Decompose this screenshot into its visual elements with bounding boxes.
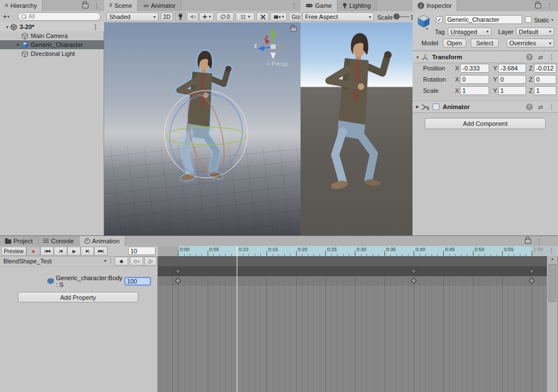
tag-dropdown[interactable]: Untagged ▾ [448, 27, 491, 36]
tab-inspector[interactable]: i Inspector [412, 0, 457, 11]
scale-slider-thumb[interactable] [393, 13, 400, 20]
hierarchy-search[interactable]: All [18, 12, 101, 21]
transform-position-x-field[interactable] [460, 64, 489, 73]
property-value-field[interactable] [125, 277, 151, 285]
tool-settings-button[interactable] [256, 12, 269, 21]
overrides-dropdown[interactable]: Overrides ▾ [507, 39, 554, 48]
transform-scale-x-field[interactable] [460, 86, 489, 95]
gizmo-lock-icon[interactable] [290, 27, 297, 32]
gizmos-dropdown[interactable]: Gizmos [289, 12, 301, 21]
hierarchy-item-directional-light[interactable]: Directional Light [0, 49, 104, 58]
static-dropdown-icon[interactable]: ▾ [551, 18, 554, 22]
animator-enabled-checkbox[interactable] [433, 103, 439, 110]
transform-header[interactable]: ▼ Transform ? ⇄ ⋮ [412, 51, 558, 63]
tab-animator[interactable]: Animator [138, 0, 181, 11]
kebab-menu-icon[interactable]: ⋮ [291, 3, 297, 9]
scroll-up-icon[interactable]: ▲ [547, 257, 557, 261]
model-select-button[interactable]: Select [471, 39, 499, 48]
ruler-kebab-icon[interactable]: ⋮ [548, 248, 555, 254]
tab-project[interactable]: Project [0, 236, 38, 246]
presets-icon[interactable]: ⇄ [538, 54, 543, 60]
help-icon[interactable]: ? [526, 54, 533, 60]
axis-x-label: X [455, 65, 459, 72]
property-row[interactable]: Generic_character:Body : S [0, 276, 157, 286]
add-component-button[interactable]: Add Component [425, 118, 546, 129]
scrollbar-thumb[interactable] [548, 264, 556, 302]
lock-icon[interactable] [535, 3, 541, 8]
kebab-menu-icon[interactable]: ⋮ [536, 238, 542, 244]
kebab-menu-icon[interactable]: ⋮ [93, 3, 100, 9]
perspective-toggle[interactable]: < Persp [257, 60, 297, 67]
tab-scene[interactable]: # Scene [104, 0, 138, 11]
static-checkbox[interactable] [525, 16, 532, 23]
tab-hierarchy[interactable]: ≡ Hierarchy [0, 0, 43, 11]
lock-icon[interactable] [525, 239, 531, 244]
go-to-end-button[interactable]: ▶▶| [94, 247, 107, 256]
ruler-tick [266, 251, 267, 256]
kebab-menu-icon[interactable]: ⋮ [548, 104, 555, 110]
timeline-ruler[interactable]: 0:000:050:100:150:200:250:300:350:400:45… [158, 246, 558, 257]
transform-position-y-field[interactable] [498, 64, 526, 73]
object-name-field[interactable] [445, 15, 522, 24]
keyframe-button[interactable]: ◆ [115, 257, 128, 266]
expander-icon[interactable]: ▶ [16, 42, 21, 47]
expander-icon[interactable]: ▶ [415, 105, 420, 109]
add-event-button[interactable]: ▯+ [144, 257, 157, 266]
dopesheet-summary-row[interactable] [158, 266, 547, 276]
help-icon[interactable]: ? [526, 103, 533, 110]
model-open-button[interactable]: Open [443, 39, 466, 48]
presets-icon[interactable]: ⇄ [538, 104, 543, 110]
scene-kebab-icon[interactable]: ⋮ [92, 24, 99, 30]
expander-icon[interactable]: ▼ [4, 25, 10, 29]
scene-audio-toggle[interactable] [187, 12, 198, 21]
grid-visibility-dropdown[interactable]: ▾ [236, 12, 255, 21]
aspect-ratio-dropdown[interactable]: Free Aspect ▾ [302, 12, 374, 21]
go-to-start-button[interactable]: |◀◀ [40, 247, 54, 256]
tab-console[interactable]: Console [38, 236, 79, 246]
preview-button[interactable]: Preview [1, 247, 26, 256]
clip-dropdown[interactable]: BlendShape_Test ▾ [0, 256, 110, 266]
shading-mode-dropdown[interactable]: Shaded ▾ [106, 12, 158, 21]
lock-icon[interactable] [82, 3, 88, 8]
tab-animation[interactable]: Animation [79, 236, 125, 246]
create-object-button[interactable]: + ▾ [3, 12, 16, 21]
scene-viewport[interactable]: y z x < Persp [104, 22, 301, 235]
2d-toggle-button[interactable]: 2D [161, 12, 173, 21]
hidden-objects-button[interactable]: ∅ 0 [216, 12, 234, 21]
dopesheet-property-row[interactable] [158, 276, 547, 286]
transform-scale-z-field[interactable] [534, 86, 556, 95]
animator-header[interactable]: ▶ Animator ? ⇄ ⋮ [412, 101, 558, 113]
game-viewport[interactable] [301, 22, 412, 235]
transform-rotation-z-field[interactable] [534, 75, 556, 84]
playhead[interactable] [237, 246, 237, 392]
transform-rotation-y-field[interactable] [498, 75, 526, 84]
frame-field[interactable] [128, 247, 156, 255]
open-label: Open [447, 40, 462, 46]
tab-game[interactable]: Game [301, 0, 337, 11]
scene-effects-dropdown[interactable]: ▾ [199, 12, 214, 21]
scene-lighting-toggle[interactable] [175, 12, 186, 21]
transform-scale-y-field[interactable] [498, 86, 526, 95]
tab-lighting[interactable]: Lighting [337, 0, 377, 11]
record-button[interactable]: ● [26, 247, 40, 256]
kebab-menu-icon[interactable]: ⋮ [548, 54, 555, 60]
active-checkbox[interactable]: ✓ [436, 16, 443, 23]
layer-dropdown[interactable]: Default ▾ [516, 27, 554, 36]
play-button[interactable]: ▶ [67, 247, 81, 256]
hierarchy-item-generic-character[interactable]: ▶Generic_Character [0, 40, 104, 49]
expander-icon[interactable]: ▼ [415, 55, 420, 59]
vertical-scrollbar[interactable]: ▲ [547, 256, 557, 392]
next-key-button[interactable]: ▶| [81, 247, 94, 256]
scene-camera-dropdown[interactable]: ▾ [270, 12, 287, 21]
kebab-menu-icon[interactable]: ⋮ [546, 3, 552, 9]
transform-rotation-x-field[interactable] [460, 75, 489, 84]
previous-key-button[interactable]: |◀ [54, 247, 67, 256]
hierarchy-item-label: Main Camera [31, 32, 68, 39]
dopesheet[interactable]: 0:000:050:100:150:200:250:300:350:400:45… [158, 246, 558, 392]
scene-row[interactable]: ▼ 3-20* ⋮ [0, 22, 104, 31]
add-property-button[interactable]: Add Property [18, 292, 138, 303]
hierarchy-item-main-camera[interactable]: Main Camera [0, 31, 104, 40]
prefab-dropdown-icon[interactable]: ▾ [426, 27, 428, 31]
transform-position-z-field[interactable] [534, 64, 556, 73]
add-keyframe-button[interactable]: ◇+ [130, 257, 143, 266]
